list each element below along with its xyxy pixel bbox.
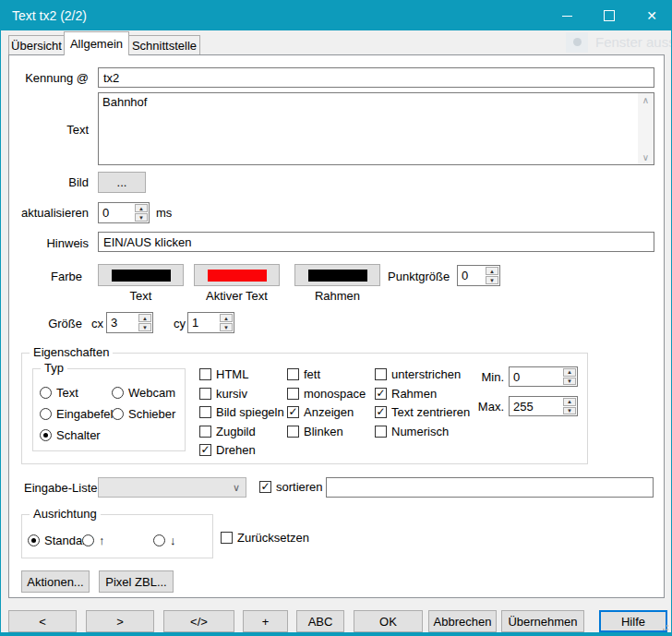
kennung-label: Kennung @ xyxy=(19,71,89,85)
cx-spinner[interactable]: 3 ▲ ▼ xyxy=(106,312,153,333)
checkbox-zugbild[interactable]: ✓ Zugbild xyxy=(199,425,256,438)
checkbox-monospace[interactable]: ✓ monospace xyxy=(287,387,366,401)
textarea-scrollbar[interactable]: ∧ ∨ xyxy=(638,93,654,164)
radio-circle-icon xyxy=(40,408,52,420)
uebernehmen-button[interactable]: Übernehmen xyxy=(501,610,584,632)
min-spinner[interactable]: 0 ▲ ▼ xyxy=(509,366,578,387)
checkbox-anzeigen[interactable]: ✓ Anzeigen xyxy=(287,405,354,419)
checkbox-blinken[interactable]: ✓ Blinken xyxy=(287,425,343,438)
cy-label: cy xyxy=(174,317,186,330)
checkbox-box-icon: ✓ xyxy=(375,426,387,438)
checkbox-box-icon: ✓ xyxy=(259,481,271,493)
spinner-value: 0 xyxy=(99,203,134,222)
color-button-aktiver-text[interactable] xyxy=(194,264,280,286)
ok-button[interactable]: OK xyxy=(354,610,423,632)
spinner-down-button[interactable]: ▼ xyxy=(138,323,151,331)
radio-typ-text[interactable]: Text xyxy=(40,386,78,400)
add-button[interactable]: + xyxy=(243,610,288,632)
radio-typ-schalter[interactable]: Schalter xyxy=(40,428,101,442)
spinner-up-button[interactable]: ▲ xyxy=(563,398,576,406)
tab-schnittstelle[interactable]: Schnittstelle xyxy=(128,35,200,54)
minimize-button[interactable] xyxy=(546,1,588,30)
arrow-down-icon: ↓ xyxy=(170,534,176,547)
max-spinner[interactable]: 255 ▲ ▼ xyxy=(509,396,578,416)
checkbox-sortieren[interactable]: ✓ sortieren xyxy=(259,480,323,494)
radio-circle-icon xyxy=(153,534,165,546)
check-icon: ✓ xyxy=(376,388,385,399)
eingabe-liste-label: Eingabe-Liste xyxy=(24,481,98,495)
tab-allgemein[interactable]: Allgemein xyxy=(64,31,129,55)
spinner-down-button[interactable]: ▼ xyxy=(220,323,233,331)
checkbox-box-icon: ✓ xyxy=(375,406,387,418)
checkbox-box-icon: ✓ xyxy=(199,426,211,438)
checkbox-kursiv[interactable]: ✓ kursiv xyxy=(199,387,247,401)
spinner-up-button[interactable]: ▲ xyxy=(138,314,151,322)
radio-circle-icon xyxy=(40,429,52,441)
spinner-value: 1 xyxy=(188,313,219,332)
checkbox-unterstrichen[interactable]: ✓ unterstrichen xyxy=(375,367,461,381)
aktionen-button[interactable]: Aktionen... xyxy=(21,570,90,593)
scroll-down-icon[interactable]: ∨ xyxy=(642,150,649,164)
cy-spinner[interactable]: 1 ▲ ▼ xyxy=(187,312,234,333)
checkbox-zuruecksetzen[interactable]: ✓ Zurücksetzen xyxy=(221,531,309,545)
spinner-down-button[interactable]: ▼ xyxy=(563,407,576,415)
spinner-up-button[interactable]: ▲ xyxy=(135,204,148,212)
chevron-down-icon: ∨ xyxy=(233,483,240,493)
radio-ausrichtung-oben[interactable]: ↑ xyxy=(82,534,105,547)
checkbox-box-icon: ✓ xyxy=(221,532,233,544)
resize-grip[interactable] xyxy=(659,621,668,630)
spinner-up-button[interactable]: ▲ xyxy=(563,368,576,377)
cx-label: cx xyxy=(91,317,103,330)
groesse-label: Größe xyxy=(13,317,82,330)
titlebar[interactable]: Text tx2 (2/2) ✕ xyxy=(1,1,671,30)
checkbox-drehen[interactable]: ✓ Drehen xyxy=(199,443,256,457)
checkbox-text-zentrieren[interactable]: ✓ Text zentrieren xyxy=(375,405,470,419)
checkbox-rahmen[interactable]: ✓ Rahmen xyxy=(375,387,437,401)
spinner-down-button[interactable]: ▼ xyxy=(563,378,576,386)
spinner-up-button[interactable]: ▲ xyxy=(486,267,498,275)
check-icon: ✓ xyxy=(260,481,270,492)
spinner-down-button[interactable]: ▼ xyxy=(486,276,498,284)
eingabe-liste-dropdown[interactable]: ∨ xyxy=(98,477,246,498)
eingabe-liste-input[interactable] xyxy=(326,477,654,498)
swatch-caption-rahmen: Rahmen xyxy=(294,289,380,303)
minimize-icon xyxy=(562,16,572,17)
abc-button[interactable]: ABC xyxy=(296,610,344,632)
nav-forward-button[interactable]: > xyxy=(86,610,154,632)
pixel-zbl-button[interactable]: Pixel ZBL... xyxy=(99,570,174,593)
color-button-rahmen[interactable] xyxy=(294,264,380,286)
bild-browse-button[interactable]: ... xyxy=(98,172,146,193)
checkbox-html[interactable]: ✓ HTML xyxy=(199,367,248,381)
kennung-input[interactable]: tx2 xyxy=(98,67,654,88)
aktualisieren-label: aktualisieren xyxy=(13,206,89,220)
checkbox-fett[interactable]: ✓ fett xyxy=(287,367,320,381)
punktgroesse-spinner[interactable]: 0 ▲ ▼ xyxy=(457,265,500,286)
checkbox-bild-spiegeln[interactable]: ✓ Bild spiegeln xyxy=(199,405,284,419)
radio-typ-schieber[interactable]: Schieber xyxy=(112,407,175,421)
radio-label: Eingabefeld xyxy=(56,407,120,421)
tab-uebersicht[interactable]: Übersicht xyxy=(8,35,65,54)
hilfe-button[interactable]: Hilfe xyxy=(599,610,667,632)
spinner-buttons: ▲ ▼ xyxy=(138,313,152,332)
code-button[interactable]: </> xyxy=(163,610,234,632)
radio-typ-webcam[interactable]: Webcam xyxy=(112,386,175,400)
abbrechen-button[interactable]: Abbrechen xyxy=(428,610,497,632)
spinner-buttons: ▲ ▼ xyxy=(562,397,577,415)
ghost-dot-icon xyxy=(566,32,588,53)
radio-circle-icon xyxy=(28,534,40,546)
radio-typ-eingabefeld[interactable]: Eingabefeld xyxy=(40,407,120,421)
spinner-up-button[interactable]: ▲ xyxy=(220,314,233,322)
color-button-text[interactable] xyxy=(98,264,184,286)
text-textarea[interactable]: Bahnhof ∧ ∨ xyxy=(98,92,654,165)
checkbox-label: fett xyxy=(304,367,320,381)
close-button[interactable]: ✕ xyxy=(630,1,672,30)
aktualisieren-spinner[interactable]: 0 ▲ ▼ xyxy=(98,202,150,223)
scroll-up-icon[interactable]: ∧ xyxy=(642,93,649,107)
spinner-down-button[interactable]: ▼ xyxy=(135,213,148,222)
text-color-swatch xyxy=(112,270,171,282)
radio-ausrichtung-unten[interactable]: ↓ xyxy=(153,534,176,547)
hinweis-input[interactable]: EIN/AUS klicken xyxy=(98,232,654,252)
nav-back-button[interactable]: < xyxy=(8,610,77,632)
checkbox-numerisch[interactable]: ✓ Numerisch xyxy=(375,425,449,438)
maximize-button[interactable] xyxy=(588,1,630,30)
